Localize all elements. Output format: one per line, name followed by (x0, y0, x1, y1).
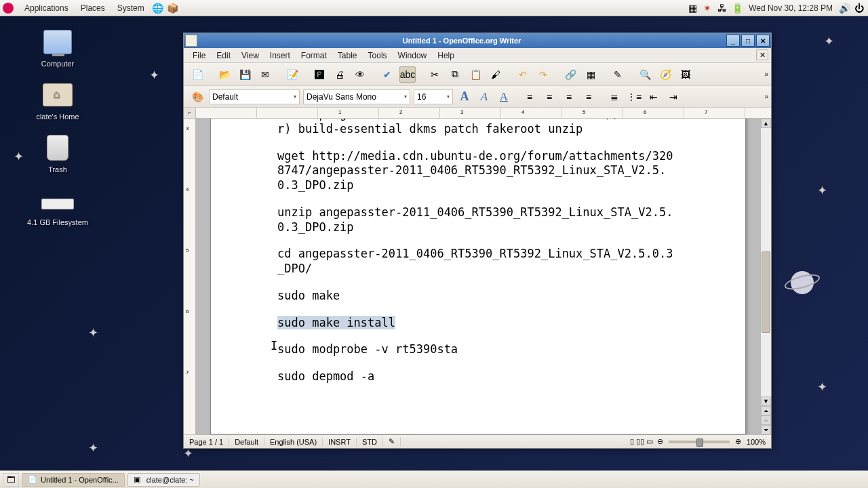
document-line[interactable]: unzip angepasster-2011_0406_RT5390_RT539… (277, 205, 679, 235)
zoom-slider[interactable] (669, 441, 730, 443)
language-indicator[interactable]: English (USA) (264, 438, 323, 446)
view-layout-icons[interactable]: ▯ ▯▯ ▭ (626, 437, 657, 446)
toolbar-overflow-icon[interactable]: » (764, 93, 768, 100)
undo-button[interactable]: ↶ (515, 66, 531, 83)
align-right-button[interactable]: ≡ (561, 89, 577, 105)
scroll-down-button[interactable]: ▼ (761, 396, 771, 406)
menu-edit[interactable]: Edit (212, 49, 235, 62)
taskbar-task-writer[interactable]: 📄 Untitled 1 - OpenOffic... (22, 473, 125, 487)
page-indicator[interactable]: Page 1 / 1 (184, 438, 229, 446)
menu-tools[interactable]: Tools (363, 49, 392, 62)
document-line[interactable]: cd angepasster-2011_0406_RT5390_RT5392_L… (277, 247, 679, 277)
network-manager-icon[interactable]: 🖧 (716, 1, 728, 15)
software-launcher-icon[interactable]: 📦 (166, 1, 180, 15)
numbered-list-button[interactable]: ≣ (606, 89, 623, 105)
vertical-scrollbar[interactable]: ▲ ▼ ⏶ ○ ⏷ (760, 119, 771, 434)
open-button[interactable]: 📂 (216, 66, 233, 83)
system-menu[interactable]: System (112, 2, 150, 14)
export-pdf-button[interactable]: 🅿 (311, 66, 328, 83)
menu-table[interactable]: Table (333, 49, 362, 62)
spellcheck-button[interactable]: ✔ (379, 66, 395, 83)
gallery-button[interactable]: 🖼 (677, 66, 694, 83)
save-button[interactable]: 💾 (237, 66, 253, 83)
navigation-button[interactable]: ○ (761, 415, 771, 425)
hyperlink-button[interactable]: 🔗 (562, 66, 578, 83)
page-style-indicator[interactable]: Default (229, 438, 264, 446)
update-notifier-icon[interactable]: ✶ (701, 1, 713, 15)
document-line[interactable]: sudo make install (277, 316, 679, 331)
menu-format[interactable]: Format (296, 49, 332, 62)
window-titlebar[interactable]: Untitled 1 - OpenOffice.org Writer _ □ ✕ (184, 33, 771, 48)
copy-button[interactable]: ⧉ (447, 66, 463, 83)
document-close-button[interactable]: ✕ (756, 49, 768, 60)
show-desktop-button[interactable]: 🗔 (3, 473, 19, 487)
taskbar-task-terminal[interactable]: ▣ clate@clate: ~ (127, 473, 200, 487)
applications-menu[interactable]: Applications (19, 2, 74, 14)
align-center-button[interactable]: ≡ (541, 89, 557, 105)
show-draw-button[interactable]: ✎ (610, 66, 626, 83)
tray-applet-icon[interactable]: ▦ (686, 1, 698, 15)
email-button[interactable]: ✉ (257, 66, 273, 83)
signature-indicator[interactable]: ✎ (383, 437, 401, 446)
menu-window[interactable]: Window (393, 49, 432, 62)
prev-page-button[interactable]: ⏶ (761, 406, 771, 415)
redo-button[interactable]: ↷ (535, 66, 551, 83)
close-button[interactable]: ✕ (756, 35, 770, 47)
zoom-percent[interactable]: 100% (741, 438, 771, 446)
font-name-combo[interactable]: DejaVu Sans Mono▾ (303, 89, 410, 104)
desktop-icon-filesystem[interactable]: 4.1 GB Filesystem (20, 186, 95, 226)
web-browser-launcher-icon[interactable]: 🌐 (151, 1, 165, 15)
bullet-list-button[interactable]: ⋮≡ (626, 89, 642, 105)
zoom-in-button[interactable]: ⊕ (735, 437, 741, 446)
document-line[interactable]: sudo depmod -a (277, 369, 679, 384)
menu-help[interactable]: Help (433, 49, 459, 62)
format-paintbrush-button[interactable]: 🖌 (488, 66, 504, 83)
menu-view[interactable]: View (237, 49, 264, 62)
edit-file-button[interactable]: 📝 (284, 66, 300, 83)
volume-icon[interactable]: 🔊 (838, 1, 850, 15)
battery-icon[interactable]: 🔋 (731, 1, 743, 15)
increase-indent-button[interactable]: ⇥ (665, 89, 682, 105)
next-page-button[interactable]: ⏷ (761, 425, 771, 434)
document-page[interactable]: I sudo apt-get install --reinstall linux… (210, 119, 746, 434)
new-doc-button[interactable]: 📄 (189, 66, 205, 83)
autospellcheck-button[interactable]: abc (399, 66, 416, 83)
document-line[interactable]: wget http://media.cdn.ubuntu-de.org/foru… (277, 149, 679, 193)
desktop-icon-computer[interactable]: Computer (20, 27, 95, 68)
maximize-button[interactable]: □ (741, 35, 755, 47)
desktop-icon-trash[interactable]: Trash (20, 133, 95, 174)
table-insert-button[interactable]: ▦ (583, 66, 599, 83)
underline-button[interactable]: A (496, 89, 512, 105)
scroll-thumb[interactable] (762, 251, 770, 333)
insert-mode-indicator[interactable]: INSRT (323, 438, 357, 446)
find-button[interactable]: 🔍 (637, 66, 653, 83)
selection-mode-indicator[interactable]: STD (357, 438, 383, 446)
paste-button[interactable]: 📋 (467, 66, 484, 83)
align-left-button[interactable]: ≡ (521, 89, 538, 105)
menu-file[interactable]: File (188, 49, 210, 62)
document-line[interactable]: sudo make (277, 289, 679, 304)
clock-applet[interactable]: Wed Nov 30, 12:28 PM (746, 3, 835, 13)
vertical-ruler[interactable]: 345 67 (184, 119, 196, 434)
horizontal-ruler[interactable]: ⌐ 123 456 7 (184, 108, 771, 119)
decrease-indent-button[interactable]: ⇤ (646, 89, 662, 105)
menu-insert[interactable]: Insert (265, 49, 295, 62)
debian-logo-icon[interactable] (3, 3, 14, 14)
align-justify-button[interactable]: ≡ (580, 89, 597, 105)
document-line[interactable]: sudo modprobe -v rt5390sta (277, 342, 679, 357)
shutdown-icon[interactable]: ⏻ (853, 1, 865, 15)
zoom-out-button[interactable]: ⊖ (657, 437, 663, 446)
bold-button[interactable]: A (456, 89, 473, 105)
styles-window-button[interactable]: 🎨 (189, 89, 205, 105)
print-button[interactable]: 🖨 (332, 66, 348, 83)
print-preview-button[interactable]: 👁 (352, 66, 368, 83)
document-line[interactable]: sudo apt-get install --reinstall linux-h… (277, 119, 679, 137)
paragraph-style-combo[interactable]: Default▾ (209, 89, 300, 104)
desktop-icon-home[interactable]: clate's Home (20, 80, 95, 121)
cut-button[interactable]: ✂ (427, 66, 443, 83)
toolbar-overflow-icon[interactable]: » (764, 70, 768, 78)
italic-button[interactable]: A (476, 89, 492, 105)
scroll-up-button[interactable]: ▲ (761, 119, 771, 128)
places-menu[interactable]: Places (75, 2, 111, 14)
navigator-button[interactable]: 🧭 (657, 66, 673, 83)
